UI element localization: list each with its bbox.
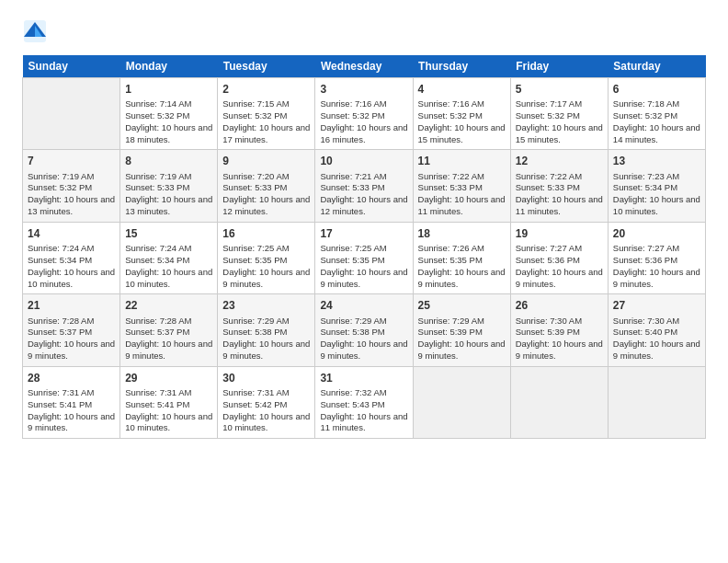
day-number: 14 (28, 226, 115, 241)
calendar-cell: 8Sunrise: 7:19 AMSunset: 5:33 PMDaylight… (120, 150, 218, 222)
daylight-text: Daylight: 10 hours and 12 minutes. (320, 194, 407, 216)
calendar-cell: 27Sunrise: 7:30 AMSunset: 5:40 PMDayligh… (608, 294, 705, 366)
day-number: 13 (613, 154, 700, 168)
daylight-text: Daylight: 10 hours and 11 minutes. (418, 194, 506, 216)
logo (22, 18, 51, 44)
sunrise-text: Sunrise: 7:17 AM (516, 98, 582, 109)
calendar-cell: 7Sunrise: 7:19 AMSunset: 5:32 PMDaylight… (23, 150, 120, 222)
calendar-cell: 12Sunrise: 7:22 AMSunset: 5:33 PMDayligh… (510, 150, 608, 222)
sunrise-text: Sunrise: 7:28 AM (125, 316, 191, 326)
daylight-text: Daylight: 10 hours and 9 minutes. (222, 339, 310, 361)
sunrise-text: Sunrise: 7:18 AM (613, 98, 679, 109)
calendar-cell: 23Sunrise: 7:29 AMSunset: 5:38 PMDayligh… (218, 294, 315, 366)
daylight-text: Daylight: 10 hours and 9 minutes. (125, 339, 212, 361)
calendar-cell: 28Sunrise: 7:31 AMSunset: 5:41 PMDayligh… (23, 366, 120, 438)
daylight-text: Daylight: 10 hours and 15 minutes. (516, 122, 603, 144)
sunset-text: Sunset: 5:41 PM (125, 399, 189, 409)
sunrise-text: Sunrise: 7:30 AM (613, 316, 679, 326)
sunrise-text: Sunrise: 7:31 AM (28, 387, 94, 397)
calendar-cell (608, 366, 705, 438)
sunrise-text: Sunrise: 7:28 AM (28, 316, 94, 326)
day-number: 23 (222, 298, 310, 313)
daylight-text: Daylight: 10 hours and 9 minutes. (28, 411, 115, 433)
day-number: 9 (222, 154, 310, 168)
calendar-cell: 29Sunrise: 7:31 AMSunset: 5:41 PMDayligh… (120, 366, 218, 438)
sunrise-text: Sunrise: 7:20 AM (222, 171, 289, 181)
sunset-text: Sunset: 5:35 PM (222, 255, 287, 265)
sunset-text: Sunset: 5:38 PM (222, 327, 287, 337)
day-number: 7 (28, 154, 115, 168)
sunset-text: Sunset: 5:35 PM (418, 255, 483, 265)
daylight-text: Daylight: 10 hours and 9 minutes. (613, 339, 700, 361)
sunrise-text: Sunrise: 7:30 AM (516, 316, 582, 326)
calendar-cell: 20Sunrise: 7:27 AMSunset: 5:36 PMDayligh… (608, 222, 705, 293)
week-row-3: 14Sunrise: 7:24 AMSunset: 5:34 PMDayligh… (23, 222, 706, 293)
daylight-text: Daylight: 10 hours and 14 minutes. (613, 122, 700, 144)
daylight-text: Daylight: 10 hours and 9 minutes. (613, 267, 700, 289)
daylight-text: Daylight: 10 hours and 17 minutes. (222, 122, 310, 144)
sunset-text: Sunset: 5:32 PM (125, 110, 189, 121)
sunrise-text: Sunrise: 7:16 AM (418, 98, 484, 109)
day-number: 28 (28, 371, 115, 385)
sunrise-text: Sunrise: 7:23 AM (613, 171, 679, 181)
week-row-5: 28Sunrise: 7:31 AMSunset: 5:41 PMDayligh… (23, 366, 706, 438)
sunset-text: Sunset: 5:32 PM (28, 182, 92, 192)
sunrise-text: Sunrise: 7:24 AM (125, 243, 191, 253)
day-number: 3 (320, 82, 407, 97)
sunset-text: Sunset: 5:38 PM (320, 327, 384, 337)
day-number: 12 (516, 154, 603, 168)
calendar-cell: 10Sunrise: 7:21 AMSunset: 5:33 PMDayligh… (315, 150, 413, 222)
sunrise-text: Sunrise: 7:19 AM (28, 171, 94, 181)
sunrise-text: Sunrise: 7:29 AM (320, 316, 386, 326)
calendar-cell: 5Sunrise: 7:17 AMSunset: 5:32 PMDaylight… (510, 78, 608, 150)
sunset-text: Sunset: 5:36 PM (516, 255, 580, 265)
sunset-text: Sunset: 5:32 PM (222, 110, 287, 121)
sunset-text: Sunset: 5:37 PM (125, 327, 189, 337)
daylight-text: Daylight: 10 hours and 11 minutes. (516, 194, 603, 216)
calendar-cell: 30Sunrise: 7:31 AMSunset: 5:42 PMDayligh… (218, 366, 315, 438)
daylight-text: Daylight: 10 hours and 9 minutes. (320, 339, 407, 361)
calendar-cell (413, 366, 510, 438)
day-number: 8 (125, 154, 212, 168)
calendar-cell: 6Sunrise: 7:18 AMSunset: 5:32 PMDaylight… (608, 78, 705, 150)
day-number: 6 (613, 82, 700, 97)
sunset-text: Sunset: 5:37 PM (28, 327, 92, 337)
sunset-text: Sunset: 5:32 PM (613, 110, 677, 121)
sunset-text: Sunset: 5:32 PM (418, 110, 483, 121)
sunrise-text: Sunrise: 7:27 AM (516, 243, 582, 253)
sunrise-text: Sunrise: 7:21 AM (320, 171, 386, 181)
daylight-text: Daylight: 10 hours and 9 minutes. (320, 267, 407, 289)
day-number: 17 (320, 226, 407, 241)
day-number: 10 (320, 154, 407, 168)
day-number: 15 (125, 226, 212, 241)
calendar-cell: 17Sunrise: 7:25 AMSunset: 5:35 PMDayligh… (315, 222, 413, 293)
days-header-row: SundayMondayTuesdayWednesdayThursdayFrid… (23, 55, 706, 78)
calendar-cell: 11Sunrise: 7:22 AMSunset: 5:33 PMDayligh… (413, 150, 510, 222)
calendar-cell: 25Sunrise: 7:29 AMSunset: 5:39 PMDayligh… (413, 294, 510, 366)
week-row-4: 21Sunrise: 7:28 AMSunset: 5:37 PMDayligh… (23, 294, 706, 366)
daylight-text: Daylight: 10 hours and 18 minutes. (125, 122, 212, 144)
calendar-cell (23, 78, 120, 150)
sunset-text: Sunset: 5:42 PM (222, 399, 287, 409)
day-header-tuesday: Tuesday (218, 55, 315, 78)
sunset-text: Sunset: 5:32 PM (320, 110, 384, 121)
daylight-text: Daylight: 10 hours and 9 minutes. (28, 339, 115, 361)
daylight-text: Daylight: 10 hours and 13 minutes. (125, 194, 212, 216)
daylight-text: Daylight: 10 hours and 10 minutes. (125, 267, 212, 289)
daylight-text: Daylight: 10 hours and 10 minutes. (28, 267, 115, 289)
calendar-cell (510, 366, 608, 438)
sunrise-text: Sunrise: 7:31 AM (125, 387, 191, 397)
daylight-text: Daylight: 10 hours and 9 minutes. (418, 339, 506, 361)
day-number: 22 (125, 298, 212, 313)
sunrise-text: Sunrise: 7:22 AM (516, 171, 582, 181)
daylight-text: Daylight: 10 hours and 13 minutes. (28, 194, 115, 216)
week-row-2: 7Sunrise: 7:19 AMSunset: 5:32 PMDaylight… (23, 150, 706, 222)
calendar-cell: 4Sunrise: 7:16 AMSunset: 5:32 PMDaylight… (413, 78, 510, 150)
day-number: 5 (516, 82, 603, 97)
page: SundayMondayTuesdayWednesdayThursdayFrid… (0, 0, 728, 454)
day-header-thursday: Thursday (413, 55, 510, 78)
sunrise-text: Sunrise: 7:19 AM (125, 171, 191, 181)
daylight-text: Daylight: 10 hours and 10 minutes. (222, 411, 310, 433)
calendar-cell: 1Sunrise: 7:14 AMSunset: 5:32 PMDaylight… (120, 78, 218, 150)
calendar-cell: 31Sunrise: 7:32 AMSunset: 5:43 PMDayligh… (315, 366, 413, 438)
